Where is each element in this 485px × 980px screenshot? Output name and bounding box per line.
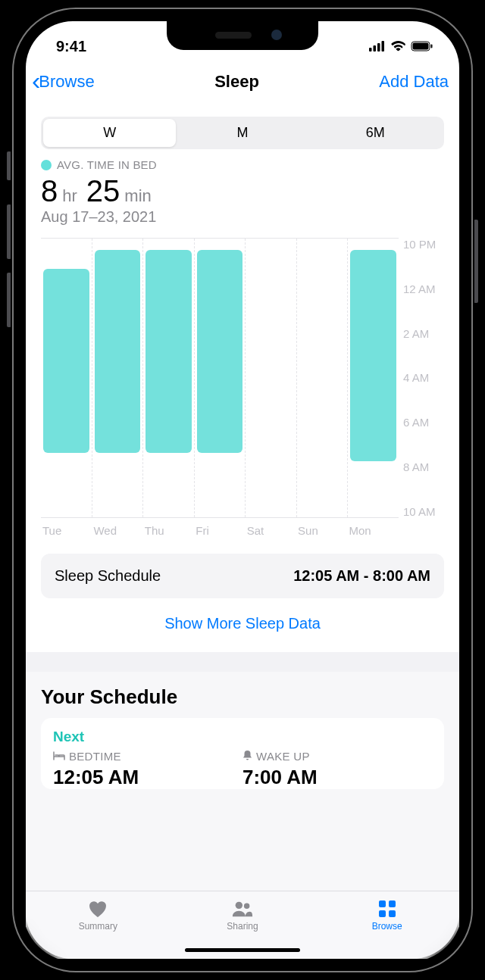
bedtime-label: BEDTIME bbox=[69, 750, 121, 763]
x-axis: Tue Wed Thu Fri Sat Sun Mon bbox=[41, 524, 444, 537]
legend-text: AVG. TIME IN BED bbox=[57, 158, 157, 171]
chart-legend: AVG. TIME IN BED bbox=[41, 158, 444, 171]
home-indicator[interactable] bbox=[185, 948, 300, 952]
sleep-schedule-label: Sleep Schedule bbox=[55, 567, 161, 585]
date-range: Aug 17–23, 2021 bbox=[41, 208, 444, 226]
svg-rect-10 bbox=[389, 900, 396, 907]
segment-6month[interactable]: 6M bbox=[309, 119, 442, 147]
bell-icon bbox=[242, 750, 252, 763]
svg-rect-12 bbox=[389, 910, 396, 917]
svg-rect-0 bbox=[369, 48, 372, 51]
svg-point-8 bbox=[244, 904, 250, 910]
page-title: Sleep bbox=[214, 72, 259, 92]
segment-week[interactable]: W bbox=[43, 119, 176, 147]
device-notch bbox=[167, 21, 318, 50]
svg-rect-9 bbox=[379, 900, 386, 907]
schedule-card[interactable]: Next BEDTIME 12:05 AM bbox=[41, 718, 444, 789]
sleep-schedule-row[interactable]: Sleep Schedule 12:05 AM - 8:00 AM bbox=[41, 554, 444, 598]
wake-value: 7:00 AM bbox=[242, 766, 432, 789]
add-data-button[interactable]: Add Data bbox=[379, 72, 449, 92]
svg-rect-3 bbox=[382, 41, 385, 51]
svg-rect-11 bbox=[379, 910, 386, 917]
sleep-schedule-value: 12:05 AM - 8:00 AM bbox=[293, 567, 430, 585]
people-icon bbox=[231, 899, 254, 919]
svg-rect-5 bbox=[413, 42, 429, 49]
segment-month[interactable]: M bbox=[176, 119, 308, 147]
bed-icon bbox=[53, 750, 65, 763]
wake-label: WAKE UP bbox=[256, 750, 310, 763]
heart-icon bbox=[86, 899, 109, 919]
bedtime-value: 12:05 AM bbox=[53, 766, 242, 789]
svg-point-7 bbox=[236, 902, 242, 909]
show-more-button[interactable]: Show More Sleep Data bbox=[41, 598, 444, 641]
your-schedule-heading: Your Schedule bbox=[41, 681, 444, 718]
sleep-chart[interactable]: 10 PM 12 AM 2 AM 4 AM 6 AM 8 AM 10 AM bbox=[41, 238, 444, 518]
tab-browse[interactable]: Browse bbox=[314, 899, 459, 959]
back-button[interactable]: ‹ Browse bbox=[32, 68, 95, 95]
back-label: Browse bbox=[39, 72, 94, 92]
cellular-icon bbox=[369, 38, 386, 55]
time-range-segment: W M 6M bbox=[41, 117, 444, 149]
y-axis: 10 PM 12 AM 2 AM 4 AM 6 AM 8 AM 10 AM bbox=[399, 238, 444, 518]
svg-rect-6 bbox=[431, 44, 433, 48]
legend-dot-icon bbox=[41, 160, 52, 170]
grid-icon bbox=[376, 899, 399, 919]
svg-rect-2 bbox=[377, 43, 380, 51]
status-time: 9:41 bbox=[56, 38, 86, 55]
tab-summary[interactable]: Summary bbox=[26, 899, 171, 959]
avg-value: 8hr 25min bbox=[41, 174, 444, 208]
svg-rect-1 bbox=[374, 45, 377, 51]
next-label: Next bbox=[53, 729, 432, 745]
nav-bar: ‹ Browse Sleep Add Data bbox=[26, 62, 459, 105]
wifi-icon bbox=[390, 38, 406, 55]
battery-icon bbox=[411, 38, 433, 55]
